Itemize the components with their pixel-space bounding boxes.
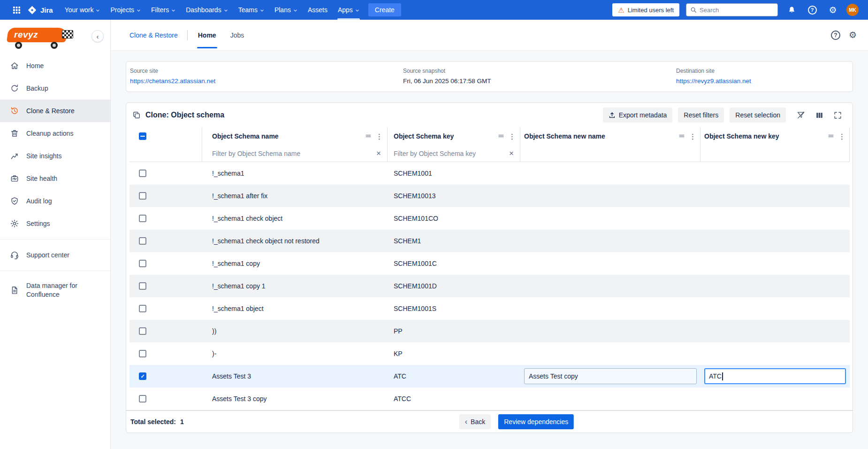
column-menu-icon[interactable]: ⋮ [509,133,516,140]
row-checkbox[interactable] [139,237,146,245]
sidebar-item-audit-log[interactable]: Audit log [0,190,110,212]
column-menu-icon[interactable]: ⋮ [689,133,696,140]
app-title[interactable]: Clone & Restore [129,31,178,39]
sidebar-item-support-center[interactable]: Support center [0,244,110,266]
schema-new-key-cell [700,207,850,230]
jira-logo-icon[interactable] [27,5,37,15]
nav-item-dashboards[interactable]: Dashboards [181,0,233,20]
source-site-link[interactable]: https://chetans22.atlassian.net [130,77,403,85]
drag-handle-icon[interactable] [365,133,372,139]
sidebar-item-data-manager[interactable]: Data manager for Confluence [0,275,110,305]
chevron-down-icon [293,8,297,13]
table-body: !_schema1 SCHEM1001 !_schema1 after fix … [129,162,850,410]
sidebar-item-home[interactable]: Home [0,54,110,77]
nav-item-assets[interactable]: Assets [303,0,333,20]
row-checkbox[interactable] [139,192,146,200]
row-checkbox[interactable] [139,395,146,403]
nav-item-teams[interactable]: Teams [233,0,269,20]
sidebar-item-cleanup-actions[interactable]: Cleanup actions [0,122,110,145]
nav-item-label: Plans [274,6,291,14]
reset-filters-button[interactable]: Reset filters [678,108,724,123]
column-header-schema-new-key: Object Schema new key ⋮ [700,127,850,145]
drag-handle-icon[interactable] [498,133,504,139]
schema-new-name-cell [520,230,700,252]
reset-selection-button[interactable]: Reset selection [730,108,786,123]
sidebar-collapse-button[interactable]: ‹ [91,30,104,42]
destination-site-label: Destination site [676,68,845,74]
schema-new-key-cell [700,297,850,320]
nav-item-label: Teams [238,6,258,14]
sidebar-item-settings[interactable]: Settings [0,212,110,235]
search-input[interactable] [700,7,774,14]
tab-home[interactable]: Home [197,20,217,51]
schema-name-cell: !_schema1 copy [202,252,388,275]
back-button[interactable]: ‹ Back [459,414,491,429]
filter-key-input[interactable] [394,150,508,157]
schema-new-key-cell [700,320,850,342]
row-checkbox[interactable] [139,260,146,267]
hide-filters-icon[interactable] [796,110,806,120]
app-settings-icon[interactable]: ⚙ [849,31,857,39]
tab-jobs[interactable]: Jobs [229,20,245,51]
row-checkbox[interactable] [139,327,146,335]
column-menu-icon[interactable]: ⋮ [376,133,383,140]
schema-new-name-cell [520,320,700,342]
filter-name-input[interactable] [212,150,375,157]
total-selected: Total selected: 1 [130,418,184,426]
nav-item-plans[interactable]: Plans [269,0,303,20]
row-checkbox[interactable] [139,305,146,312]
row-checkbox[interactable] [139,372,146,380]
sidebar-item-clone-restore[interactable]: Clone & Restore [0,100,110,122]
sidebar-item-backup[interactable]: Backup [0,77,110,100]
column-label: Object Schema new key [704,132,779,140]
columns-icon[interactable] [815,111,824,120]
table-row: Assets Test 3 ATC ATC [129,365,850,387]
schema-name-cell: !_schema1 check object [202,207,388,230]
clear-filter-icon[interactable]: × [375,149,382,157]
column-label: Object Schema key [394,132,454,140]
nav-help-button[interactable]: ? [805,3,819,17]
table-row: !_schema1 SCHEM1001 [129,162,850,185]
drag-handle-icon[interactable] [678,133,685,139]
schema-name-cell: !_schema1 check object not restored [202,230,388,252]
app-help-icon[interactable]: ? [831,31,840,40]
create-button[interactable]: Create [368,3,401,16]
nav-item-projects[interactable]: Projects [105,0,146,20]
total-selected-value: 1 [180,418,184,426]
notifications-button[interactable] [784,3,799,17]
revyz-logo[interactable]: revyz [8,25,78,49]
table-row: !_schema1 object SCHEM1001S [129,297,850,320]
sidebar-item-site-health[interactable]: Site health [0,167,110,190]
row-checkbox[interactable] [139,282,146,290]
app-switcher-icon[interactable] [9,3,23,17]
export-metadata-button[interactable]: Export metadata [603,108,673,123]
footer-actions: ‹ Back Review dependencies [459,414,574,429]
new-name-input[interactable] [524,368,697,384]
sidebar-item-site-insights[interactable]: Site insights [0,145,110,167]
column-menu-icon[interactable]: ⋮ [838,133,845,140]
schema-key-cell: SCHEM1001C [388,252,520,275]
nav-settings-button[interactable]: ⚙ [826,3,840,17]
review-dependencies-button[interactable]: Review dependencies [498,414,574,429]
destination-site-link[interactable]: https://revyz9.atlassian.net [676,77,845,85]
row-checkbox-cell [129,185,202,207]
column-header-schema-name: Object Schema name ⋮ [202,127,388,145]
row-checkbox[interactable] [139,350,146,357]
nav-item-your-work[interactable]: Your work [60,0,106,20]
select-all-cell [129,127,202,145]
avatar[interactable]: MK [846,4,859,16]
limited-users-button[interactable]: ⚠ Limited users left [612,3,679,16]
row-checkbox[interactable] [139,170,146,177]
clear-filter-icon[interactable]: × [508,149,515,157]
schema-new-name-cell [520,162,700,185]
trash-icon [9,128,20,139]
nav-item-apps[interactable]: Apps [333,0,365,20]
drag-handle-icon[interactable] [828,133,834,139]
nav-item-filters[interactable]: Filters [146,0,181,20]
sidebar-item-label: Data manager for Confluence [26,281,97,299]
row-checkbox[interactable] [139,215,146,222]
fullscreen-icon[interactable] [833,111,842,120]
table-row: )- KP [129,342,850,365]
new-key-input[interactable]: ATC [704,368,846,384]
select-all-checkbox[interactable] [139,132,146,140]
